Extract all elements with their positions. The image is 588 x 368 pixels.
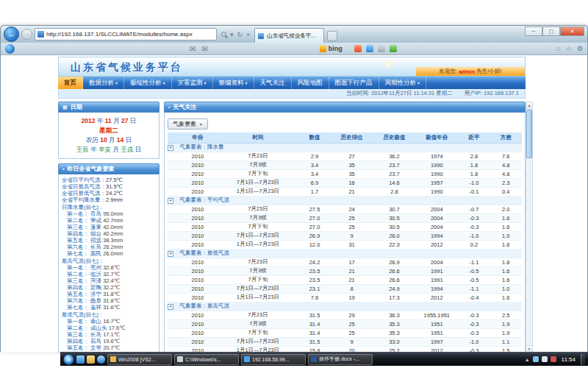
show-desktop-button[interactable] [581,354,585,365]
flag-icon[interactable] [551,356,556,362]
new-tab-button[interactable] [327,31,337,41]
mail-icon[interactable]: ✉ [190,43,196,55]
ranking-item[interactable]: 第三名： 菏泽 32.4℃ [62,277,156,284]
table-row[interactable]: 20107月3候3.43523.719901.84.8 [168,160,522,169]
ranking-item[interactable]: 第六名： 长岛 26.2mm [62,244,156,250]
browser-logo-icon[interactable] [5,44,15,54]
expand-icon[interactable]: + [168,198,173,204]
taskbar-button[interactable]: C:\Windows\s... [174,354,239,365]
table-row[interactable]: 20101月1日—7月23日1.7212.81990-0.10.4 [168,187,522,196]
tray-expand-icon[interactable]: ▲ [525,357,530,362]
table-row[interactable]: 20107月下旬3.43523.719901.84.8 [168,169,522,178]
ranking-item[interactable]: 第七名： 嘉祥 31.6℃ [62,304,156,311]
table-row[interactable]: 20101月1日—7月23日7.61917.32012-0.41.6 [168,293,522,302]
ranking-item[interactable]: 第一名： 泰山 16.7℃ [62,318,156,325]
close-button[interactable]: × [560,26,584,36]
nav-item[interactable]: 周期性分析▾ [379,77,427,89]
table-row[interactable]: 20107月23日24.21726.92004-1.11.8 [168,258,522,266]
table-row[interactable]: 20107月1日—7月23日31.5933.01997-1.01.1 [168,337,522,346]
nav-item[interactable]: 风险地图 [292,77,329,89]
taskbar-button[interactable]: Win2008 [VS2... [107,354,172,365]
table-row[interactable]: 20107月下旬31.42535.31951-0.31.9 [168,328,522,337]
table-row[interactable]: 20107月1日—7月23日23.1824.91994-1.11.0 [168,284,522,293]
table-row[interactable]: 20107月3候23.52126.61991-0.51.6 [168,266,522,275]
section-header-row[interactable]: +气象要素：最高气温 [168,302,522,311]
ranking-item[interactable]: 第四名： 定陶 32.2℃ [62,284,156,291]
toolbar-icon[interactable] [354,45,362,52]
ranking-item[interactable]: 第六名： 曲阜 31.8℃ [62,297,156,304]
ranking-item[interactable]: 第五名： 济宁 31.8℃ [62,291,156,297]
back-button[interactable]: ← [4,26,19,42]
minimize-button[interactable]: ─ [525,26,542,36]
start-button[interactable]: ⊞ [63,354,74,365]
gear-icon[interactable]: ⚙ [577,45,583,52]
table-row[interactable]: 20107月下旬27.02530.52004-0.31.6 [168,222,522,231]
url-text[interactable]: http://192.168.137.1/SLCCLIMATE/modulles… [46,31,214,38]
toolbar-icon[interactable] [378,45,385,52]
search-icon[interactable] [221,32,226,37]
toolbar-icon[interactable] [390,45,397,52]
ranking-item[interactable]: 第五名： 文登 20.7℃ [62,344,156,351]
scroll-down-arrow[interactable]: ▼ [526,345,532,352]
table-row[interactable]: 20107月23日31.52936.31955,1951-0.32.5 [168,311,522,319]
stop-icon[interactable]: × [246,31,250,38]
section-header-row[interactable]: +气象要素：平均气温 [168,196,522,205]
ranking-item[interactable]: 第二名： 成山头 17.6℃ [62,325,156,331]
nav-item[interactable]: 数据分析▾ [83,77,124,89]
ranking-item[interactable]: 第二名： 荣成 42.7mm [62,217,156,224]
ranking-item[interactable]: 第三名： 蓬莱 42.0mm [62,224,156,230]
rank-value: 38.3mm [103,237,123,244]
ranking-item[interactable]: 第二名： 临沂 32.7℃ [62,271,156,277]
network-icon[interactable] [533,356,539,362]
taskbar-button[interactable]: 操作手册.docx -... [308,354,373,365]
table-row[interactable]: 20107月1日—7月23日6.91614.61957-1.02.3 [168,178,522,187]
nav-item[interactable]: 灾害监测▾ [172,77,213,89]
nav-item[interactable]: 极端性分析▾ [124,77,172,89]
address-bar[interactable]: http://192.168.137.1/SLCCLIMATE/modulles… [35,28,217,40]
ie-icon[interactable] [97,355,105,364]
table-row[interactable]: 20107月3候31.42535.31951-0.31.9 [168,319,522,328]
taskbar-button[interactable]: 192.168.58.99... [241,354,306,365]
clock[interactable]: 11:54 [559,356,578,363]
folder-icon[interactable] [87,355,95,364]
table-row[interactable]: 20101月1日—7月23日12.03122.320120.21.6 [168,240,522,249]
element-filter-button[interactable]: 气象要素 ▼ [168,118,208,130]
forward-button[interactable]: → [21,29,32,40]
ranking-item[interactable]: 第四名： 烟台 40.2mm [62,230,156,237]
maximize-button[interactable]: ▢ [542,26,560,36]
ranking-item[interactable]: 第五名： 招远 38.3mm [62,237,156,244]
table-row[interactable]: 20107月1日—7月23日26.9928.01994-1.01.0 [168,231,522,240]
expand-icon[interactable]: + [168,251,173,257]
table-row[interactable]: 20107月23日27.52430.72004-0.72.0 [168,205,522,213]
browser-tab[interactable]: 山东省气候业务平... [254,28,324,43]
nav-item[interactable]: 天气关注 [254,77,292,89]
section-header-row[interactable]: +气象要素：最低气温 [168,249,522,258]
bing-logo[interactable]: bing [320,45,343,52]
ranking-item[interactable]: 第一名： 青岛 95.0mm [62,210,156,217]
ranking-item[interactable]: 第七名： 惠民 26.0mm [62,250,156,257]
chevron-down-icon[interactable]: ▾ [230,31,234,38]
ranking-item[interactable]: 第四名： 石岛 19.6℃ [62,338,156,344]
section-header-row[interactable]: +气象要素：降水量 [168,143,522,152]
volume-icon[interactable] [542,356,548,362]
ranking-item[interactable]: 第一名： 兖州 32.8℃ [62,264,156,271]
refresh-icon[interactable]: ↻ [237,31,243,38]
mail-icon[interactable]: ✉ [201,43,207,55]
home-icon[interactable]: ⌂ [556,45,560,52]
expand-icon[interactable]: + [168,304,173,310]
toolbar-icon[interactable] [366,45,373,52]
expand-icon[interactable]: + [168,145,173,151]
page-scrollbar[interactable]: ▲ ▼ [526,102,533,353]
scrollbar-thumb[interactable] [526,110,532,158]
ranking-item[interactable]: 第三名： 长岛 17.1℃ [62,331,156,338]
table-row[interactable]: 20107月23日2.92736.219742.87.6 [168,152,522,160]
table-row[interactable]: 20107月3候27.02530.52004-0.31.6 [168,213,522,222]
nav-item[interactable]: 整编资料▾ [213,77,254,89]
nav-item[interactable]: 首页 [58,77,83,89]
table-row[interactable]: 20107月下旬23.52126.61991-0.51.6 [168,275,522,284]
table-cell: 1.6 [490,213,522,222]
quick-launch-icon[interactable] [76,355,85,364]
scroll-up-arrow[interactable]: ▲ [526,102,532,109]
star-icon[interactable]: ☆ [566,45,572,52]
nav-item[interactable]: 图面下行产品 [329,77,379,89]
